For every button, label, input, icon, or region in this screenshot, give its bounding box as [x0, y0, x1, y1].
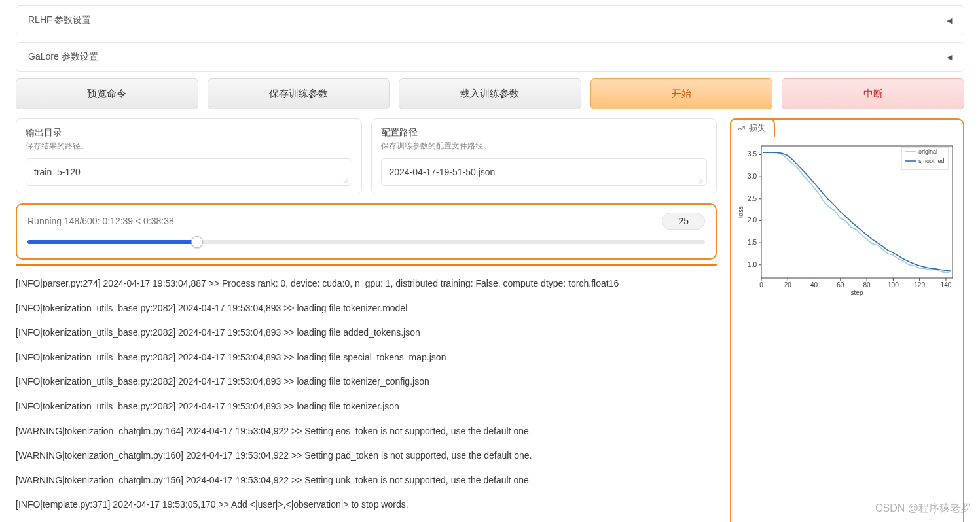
svg-text:1.0: 1.0	[748, 261, 757, 268]
accordion-rlhf-label: RLHF 参数设置	[28, 14, 91, 26]
output-dir-input[interactable]	[26, 158, 352, 186]
chevron-left-icon: ◀	[947, 53, 952, 61]
preview-command-button[interactable]: 预览命令	[16, 78, 198, 109]
log-line: [INFO|tokenization_utils_base.py:2082] 2…	[16, 326, 717, 339]
load-params-button[interactable]: 载入训练参数	[399, 78, 581, 109]
log-line: [INFO|parser.py:274] 2024-04-17 19:53:04…	[16, 277, 717, 290]
log-line: [WARNING|tokenization_chatglm.py:164] 20…	[16, 425, 717, 438]
svg-text:140: 140	[941, 281, 952, 288]
svg-text:100: 100	[888, 281, 899, 288]
log-line: [INFO|tokenization_utils_base.py:2082] 2…	[16, 400, 717, 413]
accordion-galore[interactable]: GaLore 参数设置 ◀	[16, 42, 964, 72]
svg-text:40: 40	[810, 281, 818, 288]
stop-button[interactable]: 中断	[782, 78, 964, 109]
svg-text:60: 60	[837, 281, 844, 288]
accordion-rlhf[interactable]: RLHF 参数设置 ◀	[16, 5, 964, 35]
svg-text:original: original	[918, 148, 937, 155]
svg-text:2.5: 2.5	[748, 195, 757, 202]
config-path-card: 配置路径 保存训练参数的配置文件路径。	[371, 118, 717, 194]
config-path-label: 配置路径	[381, 127, 708, 139]
loss-chart-tab[interactable]: 损失	[730, 118, 775, 137]
save-params-button[interactable]: 保存训练参数	[208, 78, 390, 109]
config-path-input[interactable]	[381, 158, 708, 186]
svg-text:3.0: 3.0	[748, 173, 757, 180]
svg-text:120: 120	[914, 281, 925, 288]
log-line: [INFO|tokenization_utils_base.py:2082] 2…	[16, 302, 717, 315]
loss-chart-plot: 1.01.52.02.53.03.5020406080100120140step…	[736, 141, 959, 298]
progress-status-text: Running 148/600: 0:12:39 < 0:38:38	[27, 216, 174, 226]
chart-icon	[736, 124, 746, 133]
action-button-row: 预览命令 保存训练参数 载入训练参数 开始 中断	[16, 78, 964, 109]
log-line: [INFO|template.py:371] 2024-04-17 19:53:…	[16, 498, 717, 512]
chevron-left-icon: ◀	[947, 16, 952, 25]
svg-text:20: 20	[784, 281, 792, 288]
output-dir-desc: 保存结果的路径。	[26, 141, 352, 152]
svg-text:3.5: 3.5	[748, 150, 757, 158]
progress-bar[interactable]	[27, 239, 705, 245]
progress-card: Running 148/600: 0:12:39 < 0:38:38 25	[16, 203, 717, 260]
log-line: [INFO|tokenization_utils_base.py:2082] 2…	[16, 375, 717, 389]
progress-value-badge: 25	[662, 213, 705, 230]
output-dir-card: 输出目录 保存结果的路径。	[16, 118, 362, 194]
accordion-galore-label: GaLore 参数设置	[28, 51, 98, 63]
log-output: [INFO|parser.py:274] 2024-04-17 19:53:04…	[16, 277, 717, 522]
start-button[interactable]: 开始	[590, 78, 773, 109]
log-divider	[16, 264, 717, 266]
svg-text:1.5: 1.5	[748, 239, 757, 246]
log-line: [WARNING|tokenization_chatglm.py:160] 20…	[16, 449, 717, 462]
svg-text:0: 0	[759, 281, 763, 288]
loss-chart-card: 损失 1.01.52.02.53.03.5020406080100120140s…	[730, 118, 964, 522]
svg-text:2.0: 2.0	[748, 217, 757, 224]
log-line: [WARNING|tokenization_chatglm.py:156] 20…	[16, 474, 717, 487]
svg-text:loss: loss	[737, 206, 744, 218]
config-path-desc: 保存训练参数的配置文件路径。	[381, 141, 708, 152]
svg-text:smoothed: smoothed	[918, 158, 945, 164]
fields-row: 输出目录 保存结果的路径。 配置路径 保存训练参数的配置文件路径。	[16, 118, 717, 194]
output-dir-label: 输出目录	[26, 127, 352, 139]
svg-text:80: 80	[863, 281, 871, 288]
loss-chart-tab-label: 损失	[749, 122, 766, 134]
svg-text:step: step	[851, 289, 863, 296]
log-line: [INFO|tokenization_utils_base.py:2082] 2…	[16, 351, 717, 364]
